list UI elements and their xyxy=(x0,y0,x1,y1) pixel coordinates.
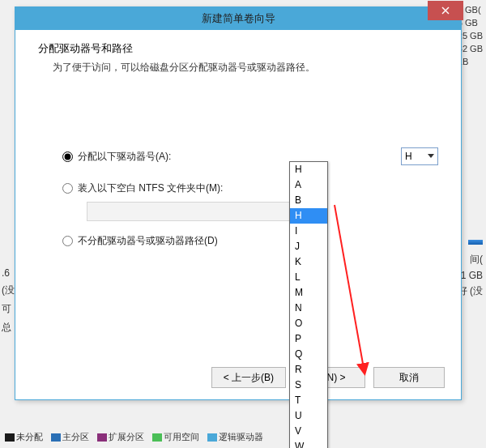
status-item: 可用空间 xyxy=(152,431,199,443)
page-heading: 分配驱动器号和路径 xyxy=(38,41,438,56)
dropdown-item[interactable]: S xyxy=(290,378,327,393)
folder-path-row: 浏 xyxy=(87,202,438,221)
status-label: 可用空间 xyxy=(164,432,199,442)
folder-path-input xyxy=(87,202,291,221)
dropdown-item[interactable]: H xyxy=(290,208,327,224)
status-item: 逻辑驱动器 xyxy=(207,431,263,443)
chevron-down-icon xyxy=(428,154,434,158)
option-assign-letter-row: 分配以下驱动器号(A): H xyxy=(62,147,438,165)
page-subdescription: 为了便于访问，可以给磁盘分区分配驱动器号或驱动器路径。 xyxy=(53,61,438,75)
status-swatch xyxy=(152,433,162,442)
left-background-fragments: .6(没可总 xyxy=(2,267,15,339)
dropdown-item[interactable]: A xyxy=(290,177,327,193)
dialog-titlebar: 新建简单卷向导 xyxy=(15,7,461,30)
close-icon xyxy=(441,6,450,15)
dropdown-item[interactable]: J xyxy=(290,239,327,254)
side-color-bar xyxy=(468,240,483,245)
dropdown-item[interactable]: L xyxy=(290,270,327,285)
cancel-button[interactable]: 取消 xyxy=(373,367,445,388)
dropdown-item[interactable]: T xyxy=(290,393,327,408)
status-item: 未分配 xyxy=(5,431,43,443)
dialog-title: 新建简单卷向导 xyxy=(15,11,461,26)
wizard-body: 分配驱动器号和路径 为了便于访问，可以给磁盘分区分配驱动器号或驱动器路径。 分配… xyxy=(15,30,461,275)
status-bar: 未分配主分区扩展分区可用空间逻辑驱动器 xyxy=(0,429,268,445)
status-label: 扩展分区 xyxy=(109,432,144,442)
option-no-assign-row: 不分配驱动器号或驱动器路径(D) xyxy=(62,234,438,248)
dropdown-item[interactable]: N xyxy=(290,301,327,316)
radio-assign-letter[interactable] xyxy=(62,151,73,162)
dropdown-item[interactable]: O xyxy=(290,316,327,331)
status-label: 逻辑驱动器 xyxy=(219,432,263,442)
left-frag-item: .6 xyxy=(2,267,15,279)
close-button[interactable] xyxy=(428,1,463,20)
left-frag-item: (没 xyxy=(2,284,15,297)
back-button[interactable]: < 上一步(B) xyxy=(211,367,286,388)
radio-no-assign[interactable] xyxy=(62,236,73,246)
dropdown-item[interactable]: Q xyxy=(290,347,327,362)
dropdown-item[interactable]: K xyxy=(290,254,327,270)
dropdown-item[interactable]: I xyxy=(290,224,327,239)
options-group: 分配以下驱动器号(A): H 装入以下空白 NTFS 文件夹中(M): 浏 不分… xyxy=(62,147,438,248)
option-mount-folder-row: 装入以下空白 NTFS 文件夹中(M): xyxy=(62,181,438,195)
status-item: 扩展分区 xyxy=(97,431,144,443)
wizard-dialog: 新建简单卷向导 分配驱动器号和路径 为了便于访问，可以给磁盘分区分配驱动器号或驱… xyxy=(15,6,462,400)
left-frag-item: 可 xyxy=(2,302,15,316)
label-no-assign: 不分配驱动器号或驱动器路径(D) xyxy=(78,234,218,248)
status-swatch xyxy=(51,433,61,442)
status-swatch xyxy=(97,433,107,442)
dropdown-item[interactable]: H xyxy=(290,162,327,177)
status-swatch xyxy=(5,433,15,442)
status-label: 主分区 xyxy=(62,432,89,442)
label-mount-folder: 装入以下空白 NTFS 文件夹中(M): xyxy=(78,181,223,195)
drive-letter-select[interactable]: H xyxy=(401,147,438,165)
drive-letter-dropdown[interactable]: HABHIJKLMNOPQRSTUVWXYZ xyxy=(289,161,328,448)
dropdown-item[interactable]: U xyxy=(290,408,327,424)
status-swatch xyxy=(207,433,217,442)
dropdown-item[interactable]: V xyxy=(290,424,327,439)
dropdown-item[interactable]: W xyxy=(290,439,327,448)
left-frag-item: 总 xyxy=(2,321,15,335)
dropdown-item[interactable]: B xyxy=(290,193,327,208)
dropdown-item[interactable]: M xyxy=(290,285,327,301)
radio-mount-folder[interactable] xyxy=(62,183,73,194)
dropdown-item[interactable]: R xyxy=(290,362,327,378)
status-item: 主分区 xyxy=(51,431,89,443)
dropdown-item[interactable]: P xyxy=(290,331,327,347)
label-assign-letter: 分配以下驱动器号(A): xyxy=(78,150,171,164)
drive-letter-value: H xyxy=(405,151,412,162)
status-label: 未分配 xyxy=(16,432,43,442)
